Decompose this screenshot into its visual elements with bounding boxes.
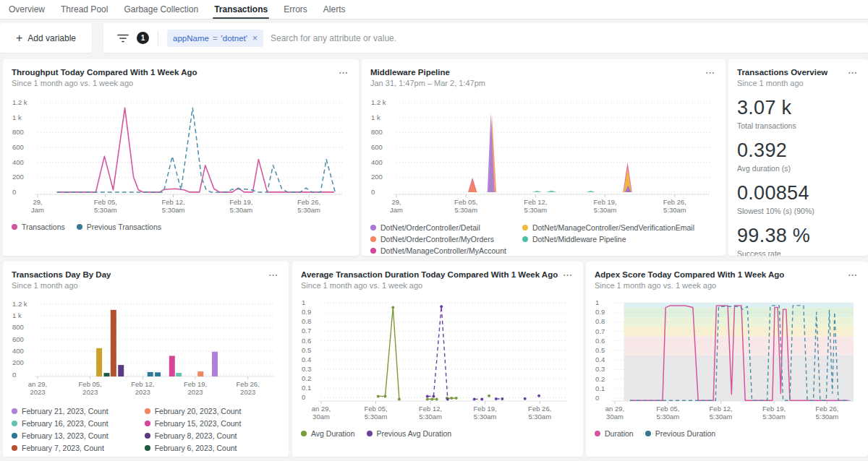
svg-text:0.5: 0.5 bbox=[302, 346, 311, 354]
svg-text:1.2 k: 1.2 k bbox=[12, 98, 27, 106]
panel-menu-icon[interactable]: ⋯ bbox=[704, 68, 717, 78]
legend-dot-icon bbox=[145, 408, 150, 414]
svg-text:29,: 29, bbox=[391, 198, 401, 206]
legend-item[interactable]: February 6, 2023, Count bbox=[145, 444, 242, 452]
svg-text:5:30am: 5:30am bbox=[524, 206, 548, 214]
legend-dot-icon bbox=[595, 431, 600, 436]
legend-label: Duration bbox=[605, 429, 634, 438]
panel-menu-icon[interactable]: ⋯ bbox=[846, 270, 859, 280]
legend-item[interactable]: February 21, 2023, Count bbox=[12, 407, 109, 415]
svg-text:5:30am: 5:30am bbox=[815, 413, 838, 421]
legend-item[interactable]: February 14, 2023, Count bbox=[145, 456, 242, 457]
add-variable-button[interactable]: + Add variable bbox=[0, 23, 92, 53]
stat-label: Success rate bbox=[737, 249, 859, 256]
legend-item[interactable]: February 20, 2023, Count bbox=[145, 407, 242, 415]
legend-item[interactable]: February 13, 2023, Count bbox=[12, 431, 109, 440]
legend-dot-icon bbox=[301, 431, 307, 436]
panel-menu-icon[interactable]: ⋯ bbox=[846, 68, 859, 78]
panel-subtitle: Jan 31, 1:47pm – Mar 2, 1:47pm bbox=[370, 79, 485, 87]
legend-item[interactable]: February 16, 2023, Count bbox=[12, 419, 109, 428]
svg-text:0.6: 0.6 bbox=[302, 337, 311, 345]
svg-text:30am: 30am bbox=[606, 413, 624, 421]
svg-text:Feb 19,: Feb 19, bbox=[474, 405, 497, 413]
panel-title: Adpex Score Today Compared With 1 Week A… bbox=[595, 270, 784, 279]
stat-success-rate: 99.38 % Success rate bbox=[737, 225, 859, 256]
svg-text:0.8: 0.8 bbox=[595, 317, 605, 325]
filter-pill-appname[interactable]: appName = 'dotnet' × bbox=[167, 30, 263, 47]
pill-close-icon[interactable]: × bbox=[252, 33, 258, 43]
legend-item[interactable]: DotNet/OrderController/MyOrders bbox=[370, 235, 506, 244]
svg-text:Feb 19,: Feb 19, bbox=[762, 405, 786, 413]
panel-apdex: Adpex Score Today Compared With 1 Week A… bbox=[586, 262, 868, 457]
legend-item[interactable]: Previous Avg Duration bbox=[367, 429, 452, 438]
svg-text:0.9: 0.9 bbox=[302, 308, 311, 316]
tab-garbage-collection[interactable]: Garbage Collection bbox=[124, 0, 198, 19]
legend-item[interactable]: February 15, 2023, Count bbox=[145, 419, 242, 428]
svg-text:0: 0 bbox=[302, 393, 305, 401]
legend-dot-icon bbox=[645, 431, 651, 436]
apdex-legend: DurationPrevious Duration bbox=[595, 429, 859, 438]
tab-alerts[interactable]: Alerts bbox=[323, 0, 346, 19]
stat-total-transactions: 3.07 k Total transactions bbox=[737, 97, 859, 130]
svg-text:200: 200 bbox=[371, 173, 383, 181]
search-input[interactable] bbox=[271, 33, 859, 43]
svg-text:0: 0 bbox=[595, 394, 599, 402]
svg-text:30am: 30am bbox=[312, 413, 330, 421]
svg-text:0.6: 0.6 bbox=[595, 337, 605, 345]
svg-text:200: 200 bbox=[12, 358, 24, 366]
legend-item[interactable]: February 5, 2023, Count bbox=[12, 456, 109, 457]
panel-title: Middleware Pipeline bbox=[370, 68, 485, 77]
legend-item[interactable]: Duration bbox=[595, 429, 634, 438]
throughput-chart[interactable]: 1.2 k1 k800600400200029,JamFeb 05,5:30am… bbox=[12, 92, 350, 219]
legend-label: February 16, 2023, Count bbox=[22, 419, 109, 428]
legend-dot-icon bbox=[522, 236, 528, 242]
stat-value: 0.00854 bbox=[737, 182, 859, 204]
svg-text:5:30am: 5:30am bbox=[663, 206, 686, 214]
apdex-chart[interactable]: 10.90.80.70.60.50.40.30.20.10an 29,30amF… bbox=[595, 294, 859, 426]
filter-lines-icon[interactable] bbox=[116, 33, 129, 43]
tab-thread-pool[interactable]: Thread Pool bbox=[61, 0, 108, 19]
legend-item[interactable]: DotNet/ManageController/MyAccount bbox=[370, 246, 506, 255]
legend-item[interactable]: DotNet/ManageController/SendVerification… bbox=[522, 223, 694, 232]
legend-label: DotNet/ManageController/MyAccount bbox=[380, 246, 506, 255]
svg-text:Feb 05,: Feb 05, bbox=[364, 405, 387, 413]
panel-menu-icon[interactable]: ⋯ bbox=[267, 270, 280, 280]
svg-text:2023: 2023 bbox=[135, 388, 150, 396]
svg-text:200: 200 bbox=[12, 173, 24, 181]
legend-item[interactable]: Avg Duration bbox=[301, 429, 355, 438]
svg-text:Feb 19,: Feb 19, bbox=[229, 198, 252, 206]
legend-dot-icon bbox=[370, 225, 376, 231]
svg-text:Feb 19,: Feb 19, bbox=[184, 380, 207, 388]
legend-item[interactable]: Transactions bbox=[12, 223, 65, 231]
svg-text:0: 0 bbox=[371, 188, 375, 196]
avg-duration-legend: Avg DurationPrevious Avg Duration bbox=[301, 429, 574, 438]
legend-item[interactable]: Previous Transactions bbox=[77, 223, 161, 231]
middleware-chart[interactable]: 1.2 k1 k800600400200029,JamFeb 05,5:30am… bbox=[370, 92, 717, 219]
tab-overview[interactable]: Overview bbox=[9, 0, 45, 19]
day-by-day-chart[interactable]: 1.2 k1 k8006004002000an 29,2023Feb 05,20… bbox=[12, 294, 280, 401]
legend-dot-icon bbox=[77, 224, 82, 230]
panel-title: Throughput Today Compared With 1 Week Ag… bbox=[12, 68, 197, 77]
svg-text:0.1: 0.1 bbox=[302, 384, 311, 392]
legend-dot-icon bbox=[12, 433, 17, 439]
panel-menu-icon[interactable]: ⋯ bbox=[337, 68, 350, 78]
svg-text:5:30am: 5:30am bbox=[762, 413, 786, 421]
stat-label: Avg duration (s) bbox=[737, 164, 859, 173]
legend-item[interactable]: February 8, 2023, Count bbox=[145, 431, 242, 440]
panel-menu-icon[interactable]: ⋯ bbox=[561, 270, 574, 280]
avg-duration-chart[interactable]: 10.90.80.70.60.50.40.30.20.10an 29,30amF… bbox=[301, 294, 574, 426]
legend-label: Previous Transactions bbox=[87, 223, 161, 231]
svg-text:2023: 2023 bbox=[187, 388, 203, 396]
legend-item[interactable]: Previous Duration bbox=[645, 429, 715, 438]
legend-label: February 20, 2023, Count bbox=[155, 407, 242, 415]
svg-text:an 29,: an 29, bbox=[605, 405, 624, 413]
svg-text:5:30am: 5:30am bbox=[594, 206, 617, 214]
tab-errors[interactable]: Errors bbox=[284, 0, 307, 19]
legend-dot-icon bbox=[367, 431, 373, 436]
legend-item[interactable]: February 7, 2023, Count bbox=[12, 444, 109, 452]
tab-transactions[interactable]: Transactions bbox=[214, 0, 268, 19]
svg-text:Feb 12,: Feb 12, bbox=[161, 198, 184, 206]
legend-item[interactable]: DotNet/OrderController/Detail bbox=[370, 223, 506, 232]
legend-item[interactable]: DotNet/Middleware Pipeline bbox=[522, 235, 694, 244]
stat-value: 99.38 % bbox=[737, 225, 859, 247]
